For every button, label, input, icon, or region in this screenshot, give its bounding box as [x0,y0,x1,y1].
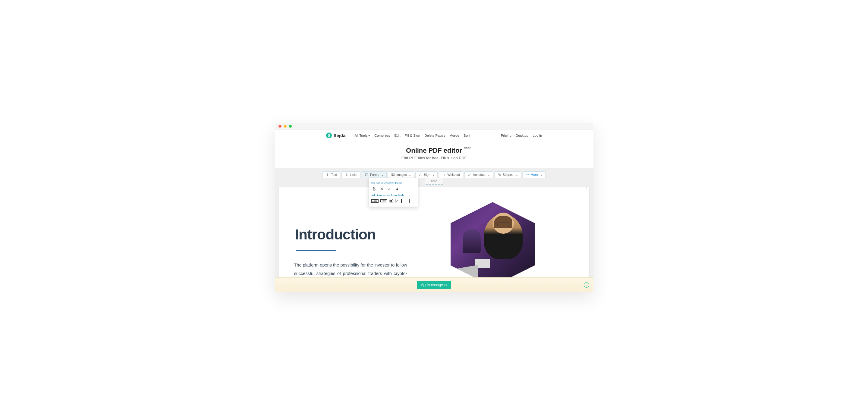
app-window: S Sejda All Tools Compress Edit Fill & S… [275,123,593,292]
text-cursor-icon [326,173,330,176]
nav-pricing[interactable]: Pricing [501,134,512,137]
tool-sign-button[interactable]: Sign [415,171,438,178]
nav-login[interactable]: Log in [532,134,542,137]
svg-rect-6 [499,175,501,176]
window-minimize-icon[interactable] [284,125,287,128]
tool-text-button[interactable]: Text [322,171,340,178]
pen-icon [418,173,422,176]
nav-all-tools[interactable]: All Tools [355,134,370,137]
footer-action-bar: Apply changes › ? [275,277,593,292]
check-mark-icon[interactable]: ✓ [387,186,392,191]
tool-annotate-button[interactable]: Annotate [464,171,493,178]
caret-down-icon [487,173,490,176]
x-mark-icon[interactable]: ✕ [379,186,384,191]
caret-down-icon [408,173,411,176]
background-person [463,229,481,253]
glasses-icon [497,222,509,226]
window-titlebar [275,123,593,130]
svg-rect-0 [366,173,368,176]
nav-fill-sign[interactable]: Fill & Sign [404,134,420,137]
dropdown-interactive-row: ABCD ABCD ✓ [371,199,415,203]
document-canvas: 1 Introduction The platform opens the po… [275,187,593,277]
text-cursor-icon[interactable]: A [371,186,376,191]
window-maximize-icon[interactable] [289,125,292,128]
foreground-person [484,214,523,259]
tool-whiteout-button[interactable]: Whiteout [439,171,463,178]
tool-shapes-label: Shapes [503,173,514,176]
window-close-icon[interactable] [278,125,281,128]
caret-down-icon [381,173,383,176]
beta-badge: BETA [464,146,471,149]
dropdown-noninteractive-row: A ✕ ✓ ● [371,186,415,191]
hero-graphic [451,202,565,277]
dropdown-section-label: Add interactive form fields [371,194,415,197]
multiline-field-icon[interactable]: ABCD [380,199,387,202]
nav-merge[interactable]: Merge [450,134,459,137]
radio-field-icon[interactable] [389,199,393,203]
help-button[interactable]: ? [584,282,589,288]
link-icon [345,173,348,176]
chevron-right-icon: › [446,283,447,287]
tool-forms-button[interactable]: Forms [362,171,387,178]
tool-more-label: More [531,173,538,176]
svg-text:A: A [374,188,375,190]
page-title: Online PDF editor BETA [406,147,462,154]
click-here-banner[interactable]: here [425,178,443,184]
nav-desktop[interactable]: Desktop [516,134,528,137]
editor-toolbar-area: Text Links Forms Images [275,168,593,187]
nav-compress[interactable]: Compress [374,134,390,137]
dot-icon[interactable]: ● [395,186,400,191]
apply-label: Apply changes [421,283,445,287]
document-body-text: The platform opens the possibility for t… [294,261,407,277]
tool-images-button[interactable]: Images [388,171,414,178]
dropdown-section-label: Fill non interactive forms [371,181,415,184]
tool-text-label: Text [331,173,337,176]
dots-icon: ⋯ [526,173,529,176]
forms-dropdown-menu: Fill non interactive forms A ✕ ✓ ● Add i… [369,178,418,207]
form-icon [365,173,369,176]
tool-whiteout-label: Whiteout [447,173,460,176]
tool-shapes-button[interactable]: Shapes [494,171,521,178]
brand-logo[interactable]: S Sejda [326,133,346,138]
checkbox-field-icon[interactable]: ✓ [395,199,399,203]
main-header: S Sejda All Tools Compress Edit Fill & S… [275,130,593,141]
caret-down-icon [539,173,542,176]
brand-name: Sejda [334,133,346,138]
tool-links-label: Links [350,173,358,176]
nav-split[interactable]: Split [464,134,470,137]
page-subtitle: Edit PDF files for free. Fill & sign PDF [275,156,593,160]
page-number: 1 [586,187,588,191]
hero-section: Online PDF editor BETA Edit PDF files fo… [275,141,593,168]
page-title-text: Online PDF editor [406,147,462,154]
tool-more-button[interactable]: ⋯ More [522,171,546,178]
apply-changes-button[interactable]: Apply changes › [417,281,452,289]
editor-toolbar: Text Links Forms Images [275,171,593,178]
heading-underline [296,250,336,251]
tool-sign-label: Sign [424,173,430,176]
eraser-icon [442,173,446,176]
logo-icon: S [326,133,332,138]
caret-down-icon [515,173,518,176]
foreground-laptop [457,265,478,277]
caret-down-icon [432,173,434,176]
nav-secondary: Pricing Desktop Log in [501,134,542,137]
tool-links-button[interactable]: Links [341,171,361,178]
svg-point-4 [393,174,393,175]
pdf-page[interactable]: 1 Introduction The platform opens the po… [279,187,589,277]
tool-annotate-label: Annotate [473,173,486,176]
document-heading: Introduction [295,226,376,243]
text-field-icon[interactable]: ABCD [371,199,378,203]
hexagon-photo [451,202,535,277]
dropdown-field-icon[interactable] [401,199,410,203]
image-icon [391,173,395,176]
tool-forms-label: Forms [370,173,379,176]
tool-images-label: Images [396,173,407,176]
shapes-icon [498,173,501,176]
highlight-icon [468,173,471,176]
nav-primary: All Tools Compress Edit Fill & Sign Dele… [355,134,470,137]
nav-edit[interactable]: Edit [395,134,401,137]
nav-delete-pages[interactable]: Delete Pages [424,134,445,137]
